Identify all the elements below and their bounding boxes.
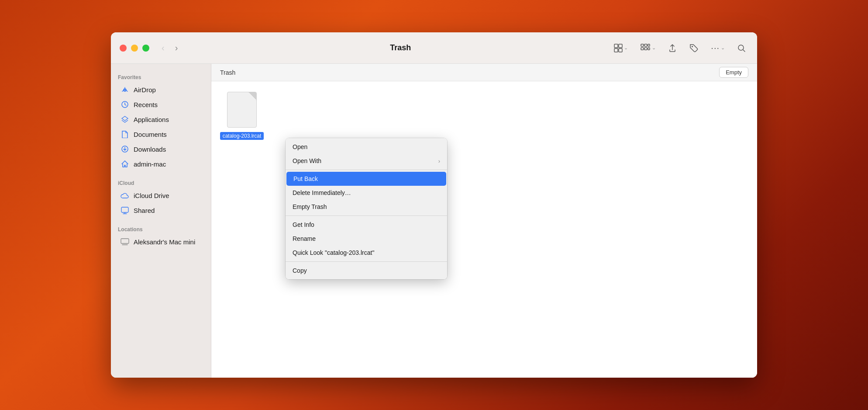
context-menu-quick-look[interactable]: Quick Look "catalog-203.lrcat" — [286, 246, 447, 260]
context-menu-open-with[interactable]: Open With › — [286, 154, 447, 168]
sidebar-item-airdrop[interactable]: AirDrop — [114, 82, 208, 97]
context-menu-separator-2 — [286, 215, 447, 216]
nav-buttons: ‹ › — [158, 41, 181, 55]
chevron-right-icon: › — [438, 158, 440, 164]
sidebar-item-documents-label: Documents — [134, 131, 167, 138]
svg-rect-16 — [121, 207, 128, 212]
file-item[interactable]: catalog-203.lrcat — [220, 90, 264, 140]
svg-rect-1 — [619, 44, 622, 48]
more-button[interactable]: ··· ⌄ — [708, 41, 727, 55]
sidebar-item-applications[interactable]: Applications — [114, 112, 208, 127]
file-name: catalog-203.lrcat — [220, 132, 264, 140]
minimize-button[interactable] — [131, 45, 138, 52]
context-menu-separator-1 — [286, 170, 447, 170]
context-menu-put-back-label: Put Back — [293, 175, 318, 182]
svg-rect-5 — [644, 44, 647, 46]
icloud-icon — [121, 191, 129, 200]
context-menu-get-info[interactable]: Get Info — [286, 218, 447, 232]
tag-icon — [689, 43, 699, 53]
ellipsis-icon: ··· — [711, 43, 720, 53]
context-menu-delete-immediately[interactable]: Delete Immediately… — [286, 186, 447, 200]
context-menu: Open Open With › Put Back Delete Immedia… — [286, 138, 447, 279]
view-grid-button[interactable]: ⌄ — [611, 42, 630, 55]
share-icon — [668, 44, 677, 52]
context-menu-copy-label: Copy — [293, 267, 307, 274]
file-icon — [227, 92, 257, 128]
sidebar-item-shared-label: Shared — [134, 207, 155, 214]
grid-icon — [613, 43, 623, 53]
maximize-button[interactable] — [142, 45, 149, 52]
sidebar-item-admin-mac-label: admin-mac — [134, 160, 166, 168]
tag-button[interactable] — [686, 42, 701, 55]
context-menu-open[interactable]: Open — [286, 140, 447, 154]
svg-rect-4 — [641, 44, 644, 46]
empty-trash-button[interactable]: Empty — [719, 67, 748, 78]
view-chevron-icon: ⌄ — [624, 45, 628, 51]
window-controls — [120, 45, 149, 52]
content-area: Favorites AirDrop — [111, 64, 757, 378]
svg-rect-2 — [614, 49, 618, 52]
sidebar-item-documents[interactable]: Documents — [114, 127, 208, 142]
sidebar-section-favorites: Favorites — [111, 71, 211, 82]
svg-rect-8 — [644, 48, 647, 50]
finder-window: ‹ › Trash ⌄ — [111, 32, 757, 378]
svg-point-11 — [738, 45, 744, 50]
share-button[interactable] — [665, 42, 679, 54]
sidebar-item-icloud-drive[interactable]: iCloud Drive — [114, 188, 208, 203]
context-menu-rename[interactable]: Rename — [286, 232, 447, 246]
sidebar-item-shared[interactable]: Shared — [114, 203, 208, 218]
home-icon — [121, 160, 129, 168]
svg-rect-0 — [614, 44, 618, 48]
file-grid: catalog-203.lrcat Open Open With › Put B… — [211, 81, 757, 378]
sidebar-item-airdrop-label: AirDrop — [134, 86, 156, 94]
titlebar: ‹ › Trash ⌄ — [111, 32, 757, 64]
sidebar-item-mac-mini[interactable]: Aleksandr's Mac mini — [114, 234, 208, 249]
context-menu-put-back[interactable]: Put Back — [286, 172, 446, 186]
context-menu-delete-immediately-label: Delete Immediately… — [293, 189, 351, 196]
svg-rect-17 — [121, 239, 129, 243]
context-menu-empty-trash-label: Empty Trash — [293, 203, 327, 210]
group-by-button[interactable]: ⌄ — [637, 42, 658, 55]
file-icon-wrapper — [224, 90, 259, 129]
toolbar-actions: ⌄ ⌄ — [611, 41, 748, 55]
context-menu-open-label: Open — [293, 143, 307, 150]
sidebar: Favorites AirDrop — [111, 64, 211, 378]
context-menu-empty-trash[interactable]: Empty Trash — [286, 200, 447, 214]
sidebar-item-applications-label: Applications — [134, 116, 169, 123]
sidebar-item-recents-label: Recents — [134, 101, 158, 108]
group-icon — [640, 43, 651, 53]
search-button[interactable] — [734, 42, 748, 54]
svg-rect-7 — [641, 48, 644, 50]
file-area: Trash Empty catalog-203.lrcat Open — [211, 64, 757, 378]
context-menu-open-with-label: Open With — [293, 157, 321, 164]
sidebar-item-admin-mac[interactable]: admin-mac — [114, 156, 208, 171]
context-menu-quick-look-label: Quick Look "catalog-203.lrcat" — [293, 249, 374, 256]
forward-button[interactable]: › — [172, 41, 182, 55]
sidebar-section-icloud: iCloud — [111, 177, 211, 188]
svg-point-10 — [692, 46, 693, 47]
context-menu-copy[interactable]: Copy — [286, 264, 447, 278]
window-title: Trash — [190, 43, 611, 52]
sidebar-item-recents[interactable]: Recents — [114, 97, 208, 112]
file-area-header: Trash Empty — [211, 64, 757, 81]
airdrop-icon — [121, 85, 129, 94]
svg-rect-3 — [619, 49, 622, 52]
recents-icon — [121, 100, 129, 109]
group-chevron-icon: ⌄ — [652, 45, 656, 51]
context-menu-get-info-label: Get Info — [293, 221, 314, 228]
sidebar-item-mac-mini-label: Aleksandr's Mac mini — [134, 238, 195, 246]
close-button[interactable] — [120, 45, 127, 52]
context-menu-rename-label: Rename — [293, 235, 316, 242]
search-icon — [737, 44, 746, 52]
back-button[interactable]: ‹ — [158, 41, 168, 55]
computer-icon — [121, 237, 129, 246]
sidebar-item-downloads-label: Downloads — [134, 146, 166, 153]
shared-icon — [121, 206, 129, 215]
sidebar-item-icloud-drive-label: iCloud Drive — [134, 192, 169, 199]
breadcrumb-label: Trash — [220, 69, 719, 76]
sidebar-item-downloads[interactable]: Downloads — [114, 142, 208, 156]
applications-icon — [121, 115, 129, 124]
more-chevron-icon: ⌄ — [721, 45, 725, 51]
downloads-icon — [121, 145, 129, 153]
svg-rect-6 — [648, 44, 650, 46]
